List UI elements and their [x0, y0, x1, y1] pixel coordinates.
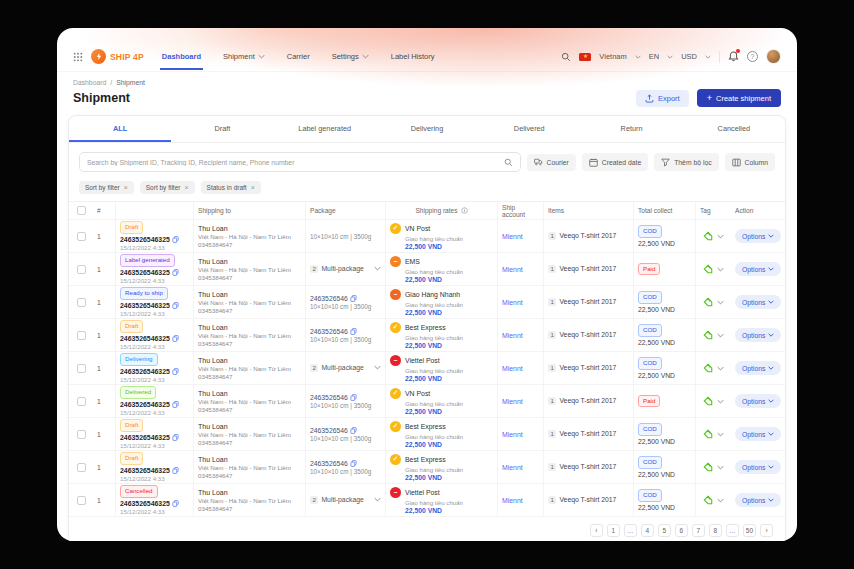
copy-icon[interactable] — [172, 269, 179, 276]
page-button[interactable]: 4 — [641, 524, 654, 537]
tag-icon[interactable] — [703, 495, 713, 505]
copy-icon[interactable] — [172, 434, 179, 441]
chevron-down-icon[interactable] — [717, 366, 724, 371]
chevron-down-icon[interactable] — [705, 55, 711, 59]
help-icon[interactable]: ? — [747, 51, 758, 62]
prev-page-button[interactable]: ‹ — [590, 524, 603, 537]
ship-account-link[interactable]: Miennt — [502, 266, 539, 273]
courier-filter-button[interactable]: Courier — [527, 154, 576, 171]
options-button[interactable]: Options — [735, 361, 781, 375]
search-icon[interactable] — [504, 158, 513, 167]
tab[interactable]: Label generated — [274, 116, 376, 142]
chevron-down-icon[interactable] — [635, 55, 641, 59]
row-checkbox[interactable] — [77, 232, 86, 241]
currency-selector[interactable]: USD — [681, 52, 697, 61]
options-button[interactable]: Options — [735, 460, 781, 474]
tab[interactable]: Cancelled — [683, 116, 785, 142]
chevron-down-icon[interactable] — [374, 497, 381, 502]
tag-icon[interactable] — [703, 396, 713, 406]
tab[interactable]: Delivered — [478, 116, 580, 142]
options-button[interactable]: Options — [735, 394, 781, 408]
info-icon[interactable] — [461, 207, 468, 214]
tag-icon[interactable] — [703, 297, 713, 307]
close-icon[interactable]: × — [251, 184, 255, 191]
copy-icon[interactable] — [172, 401, 179, 408]
tab[interactable]: Return — [580, 116, 682, 142]
ship-account-link[interactable]: Miennt — [502, 299, 539, 306]
page-button[interactable]: … — [624, 524, 637, 537]
ship-account-link[interactable]: Miennt — [502, 233, 539, 240]
chevron-down-icon[interactable] — [717, 399, 724, 404]
chevron-down-icon[interactable] — [374, 365, 381, 370]
copy-icon[interactable] — [172, 467, 179, 474]
chevron-down-icon[interactable] — [717, 432, 724, 437]
tag-icon[interactable] — [703, 264, 713, 274]
page-button[interactable]: 50 — [743, 524, 756, 537]
tag-icon[interactable] — [703, 231, 713, 241]
chevron-down-icon[interactable] — [374, 266, 381, 271]
copy-icon[interactable] — [172, 335, 179, 342]
page-button[interactable]: … — [726, 524, 739, 537]
chevron-down-icon[interactable] — [717, 498, 724, 503]
ship-account-link[interactable]: Miennt — [502, 332, 539, 339]
ship-account-link[interactable]: Miennt — [502, 398, 539, 405]
ship-account-link[interactable]: Miennt — [502, 431, 539, 438]
row-checkbox[interactable] — [77, 331, 86, 340]
tag-icon[interactable] — [703, 462, 713, 472]
brand-logo[interactable]: SHIP 4P — [91, 49, 144, 64]
row-checkbox[interactable] — [77, 496, 86, 505]
copy-icon[interactable] — [350, 394, 357, 401]
notifications-bell-icon[interactable] — [728, 51, 739, 62]
row-checkbox[interactable] — [77, 298, 86, 307]
copy-icon[interactable] — [350, 427, 357, 434]
chevron-down-icon[interactable] — [717, 267, 724, 272]
filter-chip[interactable]: Sort by filter × — [79, 181, 134, 194]
nav-item[interactable]: Shipment — [221, 43, 267, 70]
close-icon[interactable]: × — [184, 184, 188, 191]
breadcrumb-home[interactable]: Dashboard — [73, 79, 106, 86]
tab[interactable]: ALL — [69, 116, 171, 142]
options-button[interactable]: Options — [735, 295, 781, 309]
copy-icon[interactable] — [350, 460, 357, 467]
copy-icon[interactable] — [172, 368, 179, 375]
row-checkbox[interactable] — [77, 463, 86, 472]
tag-icon[interactable] — [703, 330, 713, 340]
tag-icon[interactable] — [703, 363, 713, 373]
page-button[interactable]: 1 — [607, 524, 620, 537]
multi-package-select[interactable]: 2 Multi-package — [310, 265, 381, 273]
chevron-down-icon[interactable] — [717, 465, 724, 470]
tab[interactable]: Delivering — [376, 116, 478, 142]
row-checkbox[interactable] — [77, 397, 86, 406]
copy-icon[interactable] — [172, 500, 179, 507]
nav-item[interactable]: Label History — [389, 43, 437, 70]
multi-package-select[interactable]: 2 Multi-package — [310, 364, 381, 372]
chevron-down-icon[interactable] — [717, 234, 724, 239]
copy-icon[interactable] — [172, 302, 179, 309]
tab[interactable]: Draft — [171, 116, 273, 142]
row-checkbox[interactable] — [77, 430, 86, 439]
page-button[interactable]: 7 — [692, 524, 705, 537]
more-filters-button[interactable]: Thêm bộ lọc — [654, 153, 718, 171]
chevron-down-icon[interactable] — [717, 333, 724, 338]
copy-icon[interactable] — [350, 295, 357, 302]
tag-icon[interactable] — [703, 429, 713, 439]
options-button[interactable]: Options — [735, 493, 781, 507]
options-button[interactable]: Options — [735, 229, 781, 243]
nav-item[interactable]: Settings — [330, 43, 371, 70]
language-selector[interactable]: EN — [649, 52, 659, 61]
multi-package-select[interactable]: 2 Multi-package — [310, 496, 381, 504]
copy-icon[interactable] — [172, 236, 179, 243]
export-button[interactable]: Export — [636, 90, 689, 107]
row-checkbox[interactable] — [77, 265, 86, 274]
search-icon[interactable] — [561, 52, 571, 62]
filter-chip[interactable]: Status in draft × — [201, 181, 261, 194]
close-icon[interactable]: × — [124, 184, 128, 191]
options-button[interactable]: Options — [735, 328, 781, 342]
ship-account-link[interactable]: Miennt — [502, 497, 539, 504]
ship-account-link[interactable]: Miennt — [502, 365, 539, 372]
page-button[interactable]: 6 — [675, 524, 688, 537]
column-settings-button[interactable]: Column — [725, 153, 775, 171]
nav-item[interactable]: Dashboard — [160, 43, 203, 70]
copy-icon[interactable] — [350, 328, 357, 335]
next-page-button[interactable]: › — [760, 524, 773, 537]
